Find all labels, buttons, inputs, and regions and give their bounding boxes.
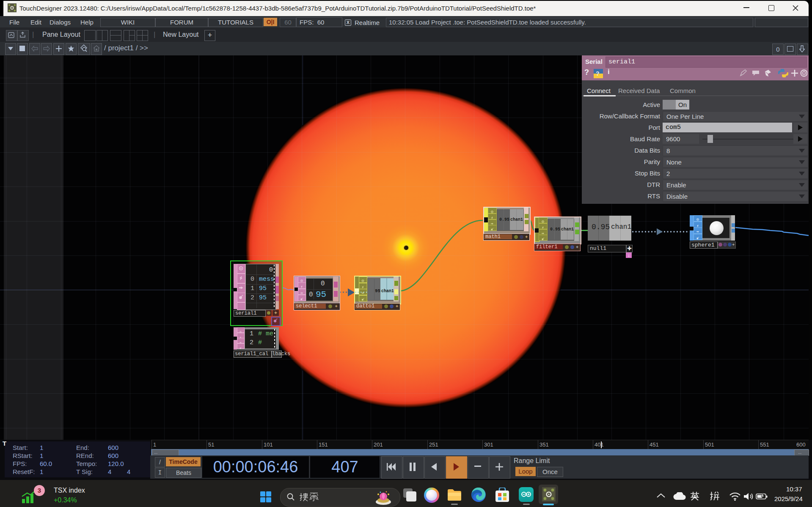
svg-text:?: ? xyxy=(596,70,600,77)
